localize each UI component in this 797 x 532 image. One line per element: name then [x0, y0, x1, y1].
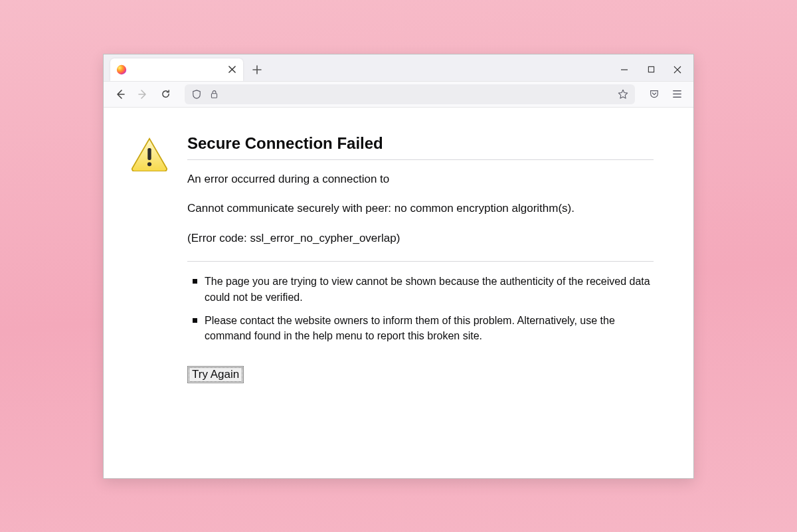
- page-content: Secure Connection Failed An error occurr…: [104, 108, 693, 478]
- close-window-button[interactable]: [664, 60, 691, 80]
- shield-icon[interactable]: [190, 88, 203, 101]
- svg-rect-1: [648, 66, 654, 72]
- svg-point-0: [117, 64, 126, 74]
- firefox-favicon: [116, 64, 128, 76]
- svg-point-4: [147, 162, 151, 166]
- tab-strip: [104, 54, 693, 81]
- reload-button[interactable]: [155, 84, 175, 104]
- app-menu-icon[interactable]: [667, 84, 687, 104]
- try-again-button[interactable]: Try Again: [187, 366, 244, 383]
- tab-close-icon[interactable]: [226, 64, 238, 76]
- browser-window: Secure Connection Failed An error occurr…: [103, 54, 694, 479]
- divider: [187, 261, 654, 262]
- warning-icon: [130, 134, 169, 478]
- window-controls: [611, 58, 693, 81]
- error-line-1: An error occurred during a connection to: [187, 172, 654, 187]
- error-code: (Error code: ssl_error_no_cypher_overlap…: [187, 231, 654, 246]
- lock-icon[interactable]: [207, 88, 221, 101]
- bullet-item: The page you are trying to view cannot b…: [190, 274, 654, 304]
- forward-button[interactable]: [133, 84, 153, 104]
- url-input[interactable]: [224, 89, 612, 99]
- svg-rect-3: [147, 148, 151, 160]
- new-tab-button[interactable]: [247, 60, 267, 80]
- svg-rect-2: [211, 94, 217, 98]
- error-body: Secure Connection Failed An error occurr…: [187, 134, 654, 478]
- maximize-button[interactable]: [638, 60, 664, 80]
- minimize-button[interactable]: [611, 60, 638, 80]
- error-line-2: Cannot communicate securely with peer: n…: [187, 201, 654, 217]
- url-bar[interactable]: [185, 84, 635, 104]
- browser-tab[interactable]: [110, 58, 243, 81]
- error-bullets: The page you are trying to view cannot b…: [187, 274, 654, 343]
- bullet-item: Please contact the website owners to inf…: [190, 313, 654, 343]
- nav-toolbar: [104, 81, 693, 108]
- back-button[interactable]: [110, 84, 130, 104]
- bookmark-star-icon[interactable]: [616, 88, 630, 101]
- pocket-icon[interactable]: [644, 84, 664, 104]
- error-heading: Secure Connection Failed: [187, 134, 654, 160]
